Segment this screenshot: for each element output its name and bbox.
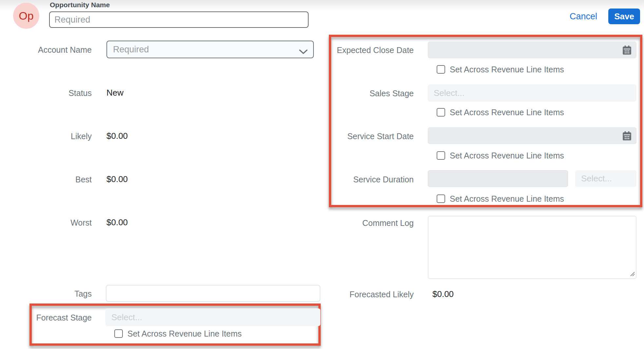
best-value: $0.00 [106, 174, 128, 184]
service-duration-input[interactable] [428, 170, 568, 187]
sales-stage-select[interactable]: Select... [428, 84, 636, 101]
service-start-date-label: Service Start Date [331, 131, 414, 141]
sales-stage-checkbox[interactable] [437, 108, 445, 117]
service-duration-checkbox-label: Set Across Revenue Line Items [450, 193, 564, 204]
forecast-stage-placeholder: Select... [111, 312, 142, 322]
status-value: New [106, 87, 123, 98]
expected-close-date-checkbox-label: Set Across Revenue Line Items [450, 64, 564, 75]
forecast-stage-checkbox[interactable] [114, 329, 123, 338]
calendar-icon[interactable] [622, 131, 632, 142]
avatar: Op [13, 3, 39, 29]
chevron-down-icon [299, 47, 308, 57]
account-name-select[interactable]: Required [106, 41, 314, 58]
resize-handle-icon[interactable] [630, 271, 635, 278]
service-start-date-input[interactable] [428, 127, 636, 144]
calendar-icon[interactable] [622, 46, 632, 57]
service-duration-checkbox[interactable] [437, 194, 445, 203]
account-name-label: Account Name [0, 45, 92, 55]
sales-stage-placeholder: Select... [434, 88, 464, 98]
opportunity-name-label: Opportunity Name [50, 1, 110, 9]
service-start-date-checkbox-label: Set Across Revenue Line Items [450, 150, 564, 161]
opportunity-create-form: Op Opportunity Name Cancel Save Account … [0, 0, 644, 349]
service-start-date-checkbox[interactable] [437, 151, 445, 160]
avatar-initials: Op [19, 9, 33, 22]
worst-value: $0.00 [106, 217, 128, 228]
likely-label: Likely [0, 131, 92, 141]
account-name-placeholder: Required [113, 45, 149, 55]
tags-input[interactable] [106, 285, 320, 302]
expected-close-date-checkbox[interactable] [437, 65, 445, 74]
cancel-button[interactable]: Cancel [568, 11, 599, 22]
expected-close-date-input[interactable] [428, 42, 636, 58]
status-label: Status [0, 88, 92, 98]
tags-label: Tags [0, 289, 92, 299]
expected-close-date-label: Expected Close Date [331, 45, 414, 55]
sales-stage-label: Sales Stage [331, 88, 414, 98]
service-duration-unit-placeholder: Select... [581, 174, 612, 184]
comment-log-textarea[interactable] [428, 216, 636, 279]
service-duration-unit-select[interactable]: Select... [575, 170, 636, 187]
forecast-stage-label: Forecast Stage [0, 313, 92, 322]
save-button[interactable]: Save [608, 9, 640, 24]
best-label: Best [0, 174, 92, 184]
sales-stage-checkbox-label: Set Across Revenue Line Items [450, 107, 564, 118]
forecast-stage-checkbox-label: Set Across Revenue Line Items [127, 328, 242, 339]
comment-log-label: Comment Log [331, 218, 414, 228]
worst-label: Worst [0, 218, 92, 228]
forecasted-likely-label: Forecasted Likely [331, 289, 414, 299]
likely-value: $0.00 [106, 131, 128, 141]
forecast-stage-select[interactable]: Select... [105, 308, 320, 326]
opportunity-name-input[interactable] [49, 11, 309, 28]
forecasted-likely-value: $0.00 [432, 289, 454, 299]
service-duration-label: Service Duration [331, 174, 414, 184]
